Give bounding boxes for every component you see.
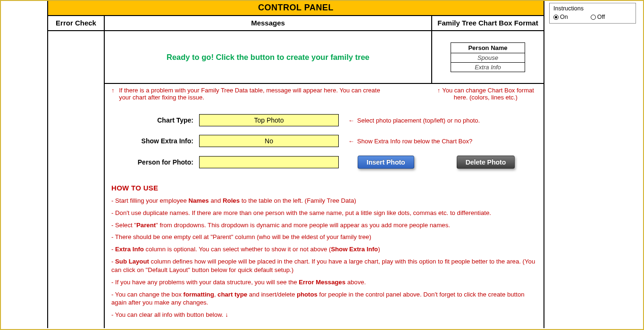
radio-icon	[553, 15, 559, 20]
up-arrow-icon: ↑	[111, 87, 115, 94]
instructions-title: Instructions	[553, 5, 632, 12]
howto-line-2: - Don't use duplicate names. If there ar…	[111, 209, 537, 217]
person-photo-select[interactable]	[199, 156, 339, 168]
show-extra-label: Show Extra Info:	[105, 137, 199, 145]
header-format: Family Tree Chart Box Format	[432, 16, 544, 30]
panel-title: CONTROL PANEL	[48, 1, 544, 16]
chart-box-format-preview[interactable]: Person Name Spouse Extra Info	[432, 31, 544, 83]
control-panel: CONTROL PANEL Error Check Messages Famil…	[47, 1, 544, 328]
instructions-off-radio[interactable]: Off	[591, 14, 605, 20]
chart-type-select[interactable]: Top Photo	[199, 114, 339, 126]
howto-line-1: - Start filling your employee Names and …	[111, 197, 537, 205]
left-arrow-icon: ←	[348, 117, 354, 124]
chart-type-label: Chart Type:	[105, 116, 199, 124]
header-messages: Messages	[105, 16, 432, 30]
radio-icon	[591, 15, 596, 20]
howto-line-3: - Select "Parent" from dropdowns. This d…	[111, 221, 537, 230]
format-spouse: Spouse	[451, 53, 525, 63]
howto-line-8: - You can change the box formatting, cha…	[111, 290, 537, 307]
instructions-box: Instructions On Off	[549, 3, 636, 24]
howto-line-6: - Sub Layout column defines how will peo…	[111, 257, 537, 274]
message-hint: ↑ If there is a problem with your Family…	[111, 87, 432, 101]
instructions-on-radio[interactable]: On	[553, 14, 568, 20]
show-extra-select[interactable]: No	[199, 135, 339, 147]
insert-photo-button[interactable]: Insert Photo	[358, 156, 414, 169]
error-check-column	[48, 31, 105, 328]
how-to-use-title: HOW TO USE	[111, 184, 537, 192]
howto-line-5: - Extra Info column is optional. You can…	[111, 245, 537, 254]
header-row: Error Check Messages Family Tree Chart B…	[48, 16, 544, 31]
message-area: Ready to go! Click the button to create …	[105, 31, 432, 83]
left-arrow-icon: ←	[348, 138, 354, 145]
format-hint: ↑You can change Chart Box format here. (…	[432, 87, 540, 101]
person-photo-label: Person for Photo:	[105, 158, 199, 166]
up-arrow-icon: ↑	[437, 87, 441, 94]
format-extra-info: Extra Info	[451, 63, 525, 72]
format-person-name: Person Name	[451, 42, 525, 53]
howto-line-4: - There should be one empty cell at "Par…	[111, 233, 537, 241]
ready-message: Ready to go! Click the button to create …	[167, 53, 369, 62]
howto-line-7: - If you have any problems with your dat…	[111, 278, 537, 287]
how-to-use-section: HOW TO USE - Start filling your employee…	[105, 181, 544, 319]
delete-photo-button[interactable]: Delete Photo	[457, 156, 515, 169]
show-extra-hint: ←Show Extra Info row below the Chart Box…	[339, 138, 472, 145]
chart-type-hint: ←Select photo placement (top/left) or no…	[339, 117, 480, 124]
header-error: Error Check	[48, 16, 105, 30]
howto-line-9: - You can clear all info with button bel…	[111, 311, 537, 319]
